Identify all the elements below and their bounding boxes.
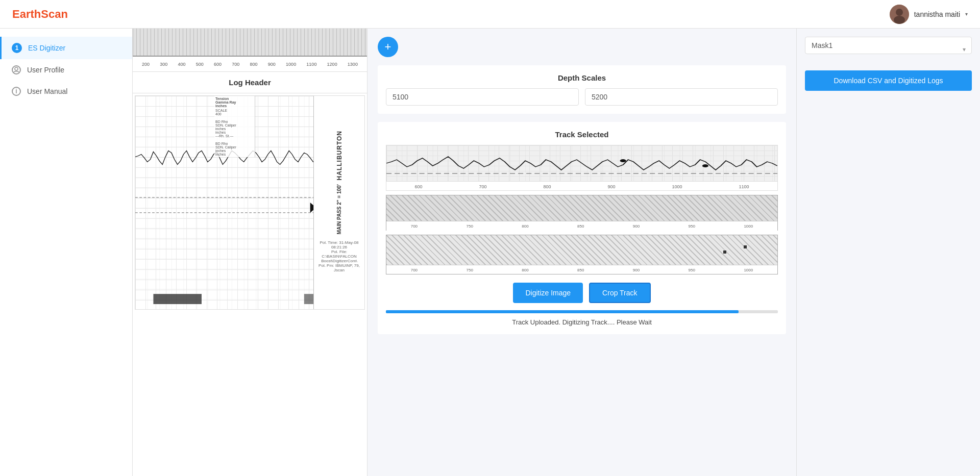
track-dotted-2: 7007508008509009501000	[386, 235, 778, 274]
log-chart-inner: HALLIBURTON MAIN PASS 2" = 100' Pol. Tim…	[135, 96, 364, 309]
sidebar-item-es-digitizer[interactable]: 1 ES Digitizer	[0, 37, 132, 59]
svg-point-1	[896, 9, 903, 16]
log-subtitle: MAIN PASS 2" = 100'	[336, 184, 342, 234]
sidebar: 1 ES Digitizer User Profile i User Manua…	[0, 29, 133, 476]
sidebar-item-label: User Profile	[27, 66, 64, 74]
progress-bar-container	[386, 310, 778, 313]
app-container: 1 ES Digitizer User Profile i User Manua…	[0, 0, 980, 476]
info-icon: i	[12, 87, 21, 96]
depth-inputs	[386, 88, 778, 106]
depth-input-2[interactable]	[585, 88, 778, 106]
track-preview-1: 600700800 90010001100	[386, 145, 778, 191]
svg-point-12	[620, 159, 626, 162]
sidebar-badge: 1	[12, 43, 22, 53]
download-csv-button[interactable]: Download CSV and Digitized Logs	[805, 70, 972, 91]
svg-point-2	[894, 16, 905, 24]
status-text: Track Uploaded. Digitizing Track.... Ple…	[386, 318, 778, 326]
username-label: tannistha maiti	[914, 10, 960, 18]
log-header-label: Log Header	[133, 72, 367, 93]
right-panel: Mask1 Mask2 Mask3 ▾ Download CSV and Dig…	[796, 29, 980, 476]
add-button[interactable]: +	[378, 37, 398, 57]
sidebar-item-user-profile[interactable]: User Profile	[0, 59, 132, 81]
user-menu[interactable]: tannistha maiti ▾	[890, 5, 968, 24]
crop-track-button[interactable]: Crop Track	[589, 283, 650, 303]
track-dotted-1: 7007508008509009501000	[386, 195, 778, 231]
svg-point-13	[702, 164, 708, 167]
digitize-image-button[interactable]: Digitize Image	[513, 283, 583, 303]
track-strip-1	[386, 145, 777, 181]
track-waveform-svg-1	[386, 145, 777, 181]
action-buttons: Digitize Image Crop Track	[386, 283, 778, 303]
log-top-strip	[133, 29, 367, 57]
middle-panel: + Depth Scales Track Selected	[368, 29, 796, 476]
log-title: HALLIBURTON	[336, 131, 343, 180]
person-icon	[12, 65, 21, 74]
main-content: 200300400 500600700 8009001000 110012001…	[133, 29, 980, 476]
sidebar-item-label: ES Digitizer	[28, 44, 65, 52]
mask-select-wrapper: Mask1 Mask2 Mask3 ▾	[805, 37, 972, 62]
sidebar-item-user-manual[interactable]: i User Manual	[0, 81, 132, 102]
track-selected-section: Track Selected	[378, 122, 786, 334]
depth-scales-section: Depth Scales	[378, 65, 786, 114]
chevron-down-icon: ▾	[965, 11, 968, 17]
navbar: EarthScan tannistha maiti ▾	[0, 0, 980, 29]
brand-logo: EarthScan	[12, 8, 68, 21]
svg-rect-5	[153, 294, 202, 304]
depth-scales-title: Depth Scales	[386, 73, 778, 82]
track-selected-title: Track Selected	[386, 130, 778, 139]
log-scale-row: 200300400 500600700 8009001000 110012001…	[133, 57, 367, 72]
log-chart-area: HALLIBURTON MAIN PASS 2" = 100' Pol. Tim…	[135, 95, 365, 310]
sidebar-item-label: User Manual	[27, 87, 67, 95]
mask-select[interactable]: Mask1 Mask2 Mask3	[805, 37, 972, 54]
progress-bar	[386, 310, 739, 313]
log-panel: 200300400 500600700 8009001000 110012001…	[133, 29, 368, 476]
track-scale-row-1: 600700800 90010001100	[386, 181, 777, 191]
svg-point-3	[15, 67, 18, 70]
depth-input-1[interactable]	[386, 88, 579, 106]
avatar	[890, 5, 909, 24]
